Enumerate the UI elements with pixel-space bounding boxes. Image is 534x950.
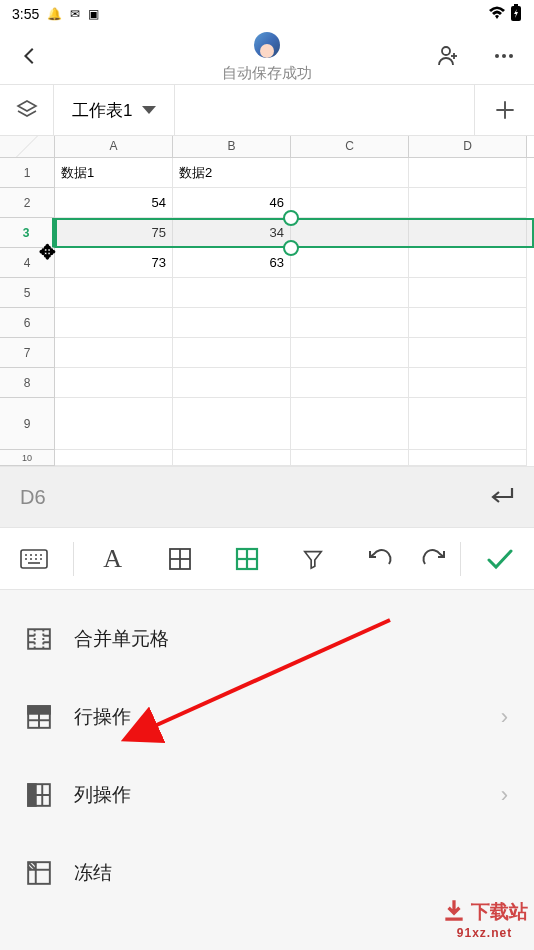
font-button[interactable]: A [85,529,141,589]
cell[interactable] [55,278,173,308]
cell[interactable]: 75 [55,218,173,248]
cell[interactable] [173,450,291,466]
row-header[interactable]: 9 [0,398,55,450]
status-time: 3:55 [12,6,39,22]
row-header[interactable]: 6 [0,308,55,338]
menu-item-col-operations[interactable]: 列操作 › [0,756,534,834]
cell[interactable] [291,278,409,308]
cell[interactable] [291,368,409,398]
cell[interactable] [291,450,409,466]
cell[interactable] [55,450,173,466]
cell[interactable] [409,368,527,398]
row-header[interactable]: 5 [0,278,55,308]
cell[interactable] [55,398,173,450]
menu-item-merge-cells[interactable]: 合并单元格 [0,600,534,678]
confirm-button[interactable] [472,529,528,589]
sheet-tab-label: 工作表1 [72,99,132,122]
more-button[interactable] [492,44,516,68]
cell[interactable]: 34 [173,218,291,248]
cell[interactable] [173,278,291,308]
cells-button[interactable] [219,529,275,589]
undo-button[interactable] [352,529,408,589]
svg-point-5 [495,54,499,58]
menu-item-label: 行操作 [74,704,131,730]
cell[interactable]: 数据1 [55,158,173,188]
col-header-b[interactable]: B [173,136,291,157]
row-header[interactable]: 8 [0,368,55,398]
wifi-icon [488,6,506,23]
row-header-selected[interactable]: 3 [0,218,55,248]
back-button[interactable] [18,44,42,68]
row-header[interactable]: 1 [0,158,55,188]
svg-point-6 [502,54,506,58]
cell[interactable] [291,248,409,278]
menu-item-row-operations[interactable]: 行操作 › [0,678,534,756]
col-ops-icon [26,782,52,808]
divider [460,542,461,576]
watermark: 下载站 91xz.net [441,898,528,940]
cell[interactable] [173,398,291,450]
row-header[interactable]: 10 [0,450,55,466]
enter-icon[interactable] [488,485,514,509]
cell[interactable] [291,188,409,218]
spreadsheet-grid[interactable]: A B C D 1 数据1 数据2 2 54 46 3 75 34 4 73 [0,136,534,466]
cell[interactable] [409,338,527,368]
col-header-d[interactable]: D [409,136,527,157]
cell[interactable] [173,338,291,368]
col-header-a[interactable]: A [55,136,173,157]
cell[interactable] [409,308,527,338]
app-bar: 自动保存成功 [0,28,534,84]
row-header[interactable]: 4 [0,248,55,278]
cell[interactable] [291,308,409,338]
cell[interactable] [409,450,527,466]
cell[interactable]: 46 [173,188,291,218]
sheet-tab-active[interactable]: 工作表1 [54,85,175,135]
col-header-c[interactable]: C [291,136,409,157]
filter-button[interactable] [285,529,341,589]
download-icon [441,898,467,927]
cell[interactable] [291,338,409,368]
select-all-corner[interactable] [0,136,55,157]
svg-rect-40 [28,784,36,806]
cell[interactable] [409,248,527,278]
cell[interactable] [55,338,173,368]
cell[interactable]: 54 [55,188,173,218]
cell[interactable] [409,278,527,308]
cell[interactable] [291,218,409,248]
redo-button[interactable] [419,529,449,589]
cell[interactable]: 数据2 [173,158,291,188]
chevron-right-icon: › [501,782,508,808]
cell-reference[interactable]: D6 [20,486,46,509]
row-header[interactable]: 2 [0,188,55,218]
menu-item-label: 冻结 [74,860,112,886]
svg-rect-11 [21,550,47,568]
svg-rect-28 [28,629,50,649]
cell[interactable] [409,398,527,450]
svg-rect-1 [514,4,518,6]
freeze-icon [26,860,52,886]
cell[interactable] [409,158,527,188]
badge-icon: ▣ [88,7,99,21]
keyboard-button[interactable] [6,529,62,589]
cell[interactable] [291,398,409,450]
formula-bar: D6 [0,466,534,528]
cell[interactable] [55,308,173,338]
cell[interactable] [291,158,409,188]
cell[interactable] [409,218,527,248]
cell[interactable] [173,308,291,338]
sheet-manager-button[interactable] [0,85,54,135]
avatar[interactable] [254,32,280,58]
cell[interactable] [55,368,173,398]
row-ops-icon [26,704,52,730]
add-person-button[interactable] [436,44,460,68]
add-sheet-button[interactable] [474,85,534,135]
svg-point-2 [442,47,450,55]
borders-button[interactable] [152,529,208,589]
row-header[interactable]: 7 [0,338,55,368]
cell[interactable] [409,188,527,218]
cell[interactable]: 63 [173,248,291,278]
cell[interactable] [173,368,291,398]
cell[interactable]: 73 [55,248,173,278]
mail-icon: ✉ [70,7,80,21]
toolbar: A [0,528,534,590]
